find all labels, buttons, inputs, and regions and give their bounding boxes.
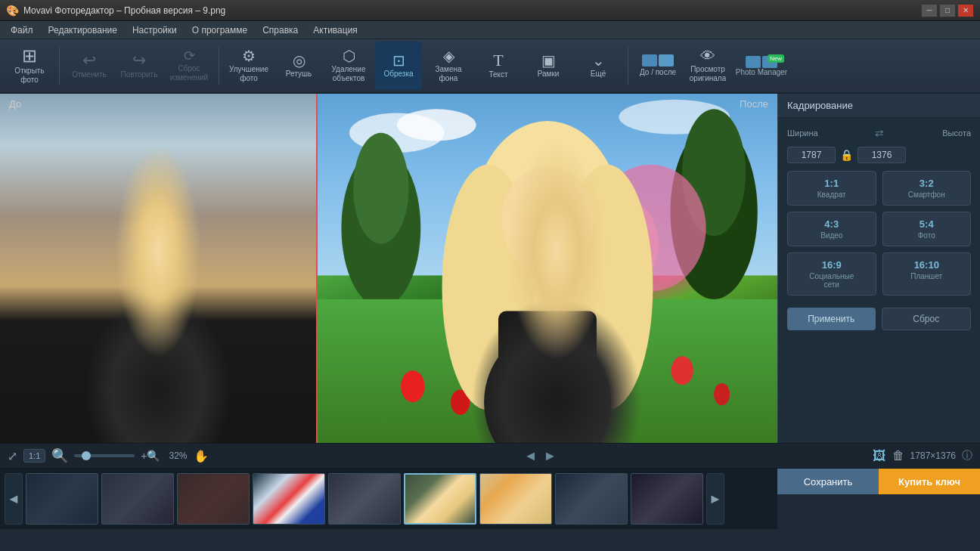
crop-button[interactable]: ⊡ Обрезка xyxy=(375,42,422,90)
preset-1-1-ratio: 1:1 xyxy=(791,178,873,189)
svg-point-3 xyxy=(90,132,226,328)
filmstrip-row: ◄ ► Сохранить Купить ключ xyxy=(0,469,980,529)
preset-1-1[interactable]: 1:1 Квадрат xyxy=(787,171,876,206)
thumb-7[interactable] xyxy=(479,473,552,525)
crop-icon: ⊡ xyxy=(392,53,405,68)
menu-about[interactable]: О программе xyxy=(185,23,255,37)
filmstrip-prev[interactable]: ◄ xyxy=(5,473,23,525)
thumb-5[interactable] xyxy=(328,473,401,525)
thumb-9[interactable] xyxy=(631,473,703,525)
remove-objects-button[interactable]: ⬡ Удалениеобъектов xyxy=(325,42,372,90)
frames-button[interactable]: ▣ Рамки xyxy=(525,42,572,90)
thumb-1[interactable] xyxy=(26,473,98,525)
svg-point-24 xyxy=(472,121,622,327)
menu-file[interactable]: Файл xyxy=(3,23,41,37)
thumb-2[interactable] xyxy=(101,473,174,525)
prev-image-button[interactable]: ◄ xyxy=(524,448,538,464)
thumb-6-active[interactable] xyxy=(404,473,476,525)
zoom-percentage: 32% xyxy=(169,450,187,461)
next-image-button[interactable]: ► xyxy=(544,448,557,464)
filmstrip-next[interactable]: ► xyxy=(706,473,724,525)
menu-edit[interactable]: Редактирование xyxy=(41,23,125,37)
enhance-button[interactable]: ⚙ Улучшениефото xyxy=(225,42,272,90)
zoom-thumb xyxy=(82,451,91,460)
preset-1-1-name: Квадрат xyxy=(791,190,873,199)
retouch-button[interactable]: ◎ Ретушь xyxy=(275,42,322,90)
crop-title: Кадрирование xyxy=(778,94,980,118)
preset-5-4[interactable]: 5:4 Фото xyxy=(882,212,972,246)
remove-label: Удалениеобъектов xyxy=(331,65,365,83)
thumb-4[interactable] xyxy=(253,473,325,525)
svg-point-18 xyxy=(579,197,659,292)
maximize-button[interactable]: □ xyxy=(939,4,956,17)
before-after-button[interactable]: До / после xyxy=(634,42,681,90)
more-label: Ещё xyxy=(591,70,606,79)
thumb-3[interactable] xyxy=(177,473,250,525)
svg-point-20 xyxy=(401,370,424,402)
titlebar: 🎨 Movavi Фоторедактор – Пробная версия –… xyxy=(0,0,980,21)
preset-3-2[interactable]: 3:2 Смартфон xyxy=(882,171,972,206)
thumb-8[interactable] xyxy=(555,473,628,525)
close-button[interactable]: ✕ xyxy=(957,4,974,17)
reset-crop-button[interactable]: Сброс xyxy=(882,308,972,330)
width-label: Ширина xyxy=(787,128,870,138)
right-panel: Кадрирование Ширина ⇄ Высота 1787 🔒 1376… xyxy=(777,94,980,443)
preset-4-3[interactable]: 4:3 Видео xyxy=(787,212,876,246)
svg-point-7 xyxy=(98,275,219,443)
filmstrip-icon[interactable]: 🖼 xyxy=(873,448,886,464)
redo-button[interactable]: ↪ Повторить xyxy=(116,42,163,90)
apply-button[interactable]: Применить xyxy=(787,308,876,330)
preset-16-9[interactable]: 16:9 Социальныесети xyxy=(787,252,876,296)
preset-5-4-name: Фото xyxy=(886,231,968,240)
fit-screen-icon[interactable]: ⤢ xyxy=(8,449,17,463)
menu-help[interactable]: Справка xyxy=(255,23,305,37)
zoom-in-icon[interactable]: +🔍 xyxy=(141,450,160,462)
text-button[interactable]: T Текст xyxy=(475,42,522,90)
reset-button[interactable]: ⟳ Сбросизменений xyxy=(166,42,212,90)
filmstrip: ◄ ► xyxy=(0,469,777,529)
undo-button[interactable]: ↩ Отменить xyxy=(66,42,113,90)
titlebar-left: 🎨 Movavi Фоторедактор – Пробная версия –… xyxy=(6,5,225,17)
crop-content: Ширина ⇄ Высота 1787 🔒 1376 1:1 Квадрат … xyxy=(778,118,980,443)
reset-label: Сбросизменений xyxy=(170,64,208,82)
svg-rect-28 xyxy=(498,311,597,443)
zoom-slider[interactable] xyxy=(74,454,135,457)
buy-key-button[interactable]: Купить ключ xyxy=(879,469,980,494)
save-button[interactable]: Сохранить xyxy=(777,469,879,494)
title-text: Movavi Фоторедактор – Пробная версия – 9… xyxy=(23,5,225,16)
height-value[interactable]: 1376 xyxy=(858,147,906,163)
svg-point-26 xyxy=(561,165,653,410)
redo-label: Повторить xyxy=(121,70,158,79)
open-photo-button[interactable]: ⊞ Открытьфото xyxy=(6,42,53,90)
replace-bg-button[interactable]: ◈ Заменафона xyxy=(425,42,472,90)
after-label: После xyxy=(740,98,768,110)
lock-icon[interactable]: 🔒 xyxy=(840,149,853,161)
delete-image-icon[interactable]: 🗑 xyxy=(892,449,904,463)
svg-point-21 xyxy=(451,389,470,415)
before-panel: До xyxy=(0,94,318,443)
svg-point-15 xyxy=(670,125,757,299)
menu-settings[interactable]: Настройки xyxy=(125,23,185,37)
titlebar-controls[interactable]: ─ □ ✕ xyxy=(921,4,974,17)
minimize-button[interactable]: ─ xyxy=(921,4,938,17)
svg-point-17 xyxy=(595,165,706,292)
hand-tool-icon[interactable]: ✋ xyxy=(194,449,209,463)
info-icon[interactable]: ⓘ xyxy=(962,449,972,463)
zoom-out-icon[interactable]: 🔍 xyxy=(51,447,68,464)
photo-manager-button[interactable]: New Photo Manager xyxy=(734,56,789,76)
width-value[interactable]: 1787 xyxy=(787,147,836,163)
frames-label: Рамки xyxy=(538,70,560,79)
retouch-icon: ◎ xyxy=(293,53,305,68)
open-icon: ⊞ xyxy=(22,47,37,65)
preset-16-10[interactable]: 16:10 Планшет xyxy=(882,252,972,296)
preset-16-9-name: Социальныесети xyxy=(791,272,873,289)
preset-16-9-ratio: 16:9 xyxy=(791,259,873,271)
enhance-icon: ⚙ xyxy=(242,48,256,63)
main-area: До xyxy=(0,94,980,443)
menu-activate[interactable]: Активация xyxy=(305,23,365,37)
svg-rect-0 xyxy=(0,94,316,443)
fit-1-1-button[interactable]: 1:1 xyxy=(23,449,45,463)
svg-point-6 xyxy=(116,177,200,275)
preview-button[interactable]: 👁 Просмотроригинала xyxy=(684,42,731,90)
more-button[interactable]: ⌄ Ещё xyxy=(575,42,622,90)
